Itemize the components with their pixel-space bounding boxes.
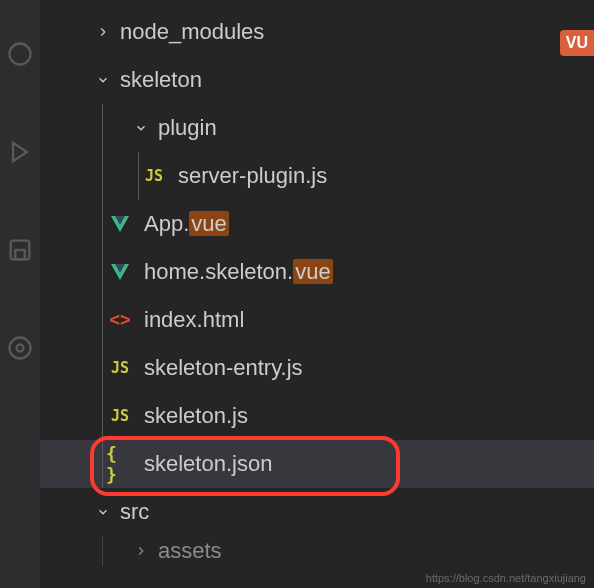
chevron-right-icon — [94, 23, 112, 41]
folder-src[interactable]: src — [40, 488, 594, 536]
svg-rect-2 — [15, 250, 24, 259]
file-skeleton-json[interactable]: { } skeleton.json — [40, 440, 594, 488]
svg-point-0 — [10, 44, 31, 65]
file-skeleton-js[interactable]: JS skeleton.js — [40, 392, 594, 440]
svg-point-4 — [17, 345, 24, 352]
file-server-plugin-js[interactable]: JS server-plugin.js — [40, 152, 594, 200]
html-icon: <> — [106, 309, 134, 331]
vue-icon — [106, 261, 134, 283]
chevron-right-icon — [132, 542, 150, 560]
file-label: server-plugin.js — [178, 163, 327, 189]
vue-icon — [106, 213, 134, 235]
json-icon: { } — [106, 453, 134, 475]
js-icon: JS — [106, 405, 134, 427]
file-explorer: node_modules skeleton plugin JS server-p… — [40, 0, 594, 588]
js-icon: JS — [106, 357, 134, 379]
file-label: skeleton.js — [144, 403, 248, 429]
chevron-down-icon — [132, 119, 150, 137]
activity-icon-4[interactable] — [6, 334, 34, 362]
svg-point-3 — [10, 338, 31, 359]
file-index-html[interactable]: <> index.html — [40, 296, 594, 344]
file-label: index.html — [144, 307, 244, 333]
file-label: skeleton-entry.js — [144, 355, 303, 381]
watermark: https://blog.csdn.net/tangxiujiang — [426, 572, 586, 584]
vue-badge: VU — [560, 30, 594, 56]
chevron-down-icon — [94, 71, 112, 89]
file-label: skeleton.json — [144, 451, 272, 477]
folder-label: plugin — [158, 115, 217, 141]
activity-icon-1[interactable] — [6, 40, 34, 68]
folder-label: skeleton — [120, 67, 202, 93]
js-icon: JS — [140, 165, 168, 187]
activity-icon-2[interactable] — [6, 138, 34, 166]
activity-bar — [0, 0, 40, 588]
folder-label: assets — [158, 538, 222, 564]
folder-skeleton[interactable]: skeleton — [40, 56, 594, 104]
chevron-down-icon — [94, 503, 112, 521]
folder-label: src — [120, 499, 149, 525]
file-home-skeleton-vue[interactable]: home.skeleton.vue — [40, 248, 594, 296]
folder-node-modules[interactable]: node_modules — [40, 8, 594, 56]
file-label: home.skeleton.vue — [144, 259, 333, 285]
file-app-vue[interactable]: App.vue — [40, 200, 594, 248]
file-skeleton-entry-js[interactable]: JS skeleton-entry.js — [40, 344, 594, 392]
activity-icon-3[interactable] — [6, 236, 34, 264]
folder-label: node_modules — [120, 19, 264, 45]
file-label: App.vue — [144, 211, 229, 237]
folder-plugin[interactable]: plugin — [40, 104, 594, 152]
folder-assets[interactable]: assets — [40, 536, 594, 566]
